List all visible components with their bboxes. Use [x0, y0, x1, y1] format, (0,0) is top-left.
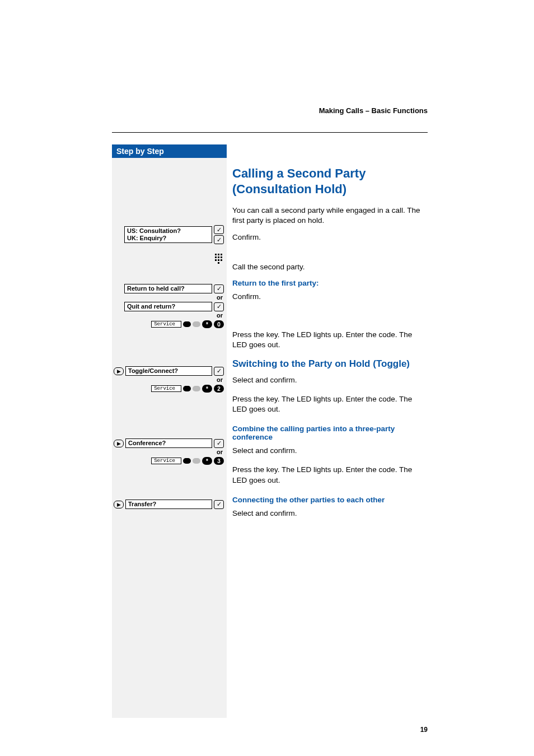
digit-key-icon: 3 — [214, 457, 224, 465]
prompt-text: Quit and return? — [124, 302, 212, 311]
prompt-consultation: US: Consultation? UK: Enquiry? ✓ ✓ — [114, 225, 224, 244]
subsection-heading: Switching to the Party on Hold (Toggle) — [232, 358, 428, 370]
digit-key-icon: 0 — [214, 320, 224, 328]
body-text: Select and confirm. — [232, 508, 428, 519]
star-key-icon: * — [202, 457, 212, 465]
confirm-key-icon: ✓ — [214, 225, 224, 234]
running-head: Making Calls – Basic Functions — [112, 106, 428, 115]
confirm-key-icon: ✓ — [214, 500, 224, 509]
digit-key-icon: 2 — [214, 385, 224, 393]
led-on-icon — [183, 458, 191, 464]
star-key-icon: * — [202, 320, 212, 328]
header-rule — [112, 132, 428, 133]
body-text: Confirm. — [232, 292, 428, 302]
prompt-transfer: ▶ Transfer? ✓ — [114, 500, 224, 509]
step-sidebar: Step by Step US: Consultation? UK: Enqui… — [112, 144, 227, 718]
body-text: Call the second party. — [232, 262, 428, 272]
scroll-key-icon: ▶ — [114, 501, 124, 508]
confirm-key-icon: ✓ — [214, 439, 224, 448]
prompt-text: Toggle/Connect? — [125, 366, 212, 376]
body-text: Select and confirm. — [232, 446, 428, 456]
or-label: or — [114, 293, 224, 301]
confirm-key-icon: ✓ — [214, 367, 224, 376]
service-code-row: Service * 0 — [114, 320, 224, 328]
confirm-key-icon: ✓ — [214, 302, 224, 311]
service-code-row: Service * 2 — [114, 385, 224, 393]
led-on-icon — [183, 321, 191, 327]
confirm-key-icon: ✓ — [214, 235, 224, 244]
body-text: Press the key. The LED lights up. Enter … — [232, 394, 428, 414]
service-label: Service — [151, 321, 181, 328]
body-text: Press the key. The LED lights up. Enter … — [232, 465, 428, 485]
led-off-icon — [193, 386, 200, 391]
prompt-quit-return: Quit and return? ✓ or — [114, 302, 224, 319]
body-text: Select and confirm. — [232, 375, 428, 385]
subheading: Combine the calling parties into a three… — [232, 424, 428, 441]
led-on-icon — [183, 386, 191, 391]
scroll-key-icon: ▶ — [114, 367, 124, 375]
keypad-icon — [215, 254, 224, 263]
led-off-icon — [193, 458, 200, 464]
subheading: Return to the first party: — [232, 279, 428, 287]
confirm-key-icon: ✓ — [214, 284, 224, 293]
page-number: 19 — [420, 726, 428, 734]
prompt-conference: ▶ Conference? ✓ or — [114, 438, 224, 456]
star-key-icon: * — [202, 385, 212, 393]
sidebar-title: Step by Step — [112, 144, 227, 158]
body-text: Press the key. The LED lights up. Enter … — [232, 330, 428, 350]
prompt-toggle: ▶ Toggle/Connect? ✓ or — [114, 366, 224, 384]
prompt-text: Transfer? — [125, 500, 212, 509]
or-label: or — [114, 376, 224, 384]
subheading: Connecting the other parties to each oth… — [232, 496, 428, 504]
prompt-text: Conference? — [125, 438, 212, 448]
body-text: Confirm. — [232, 232, 428, 242]
service-code-row: Service * 3 — [114, 457, 224, 465]
led-off-icon — [193, 321, 200, 327]
section-heading: Calling a Second Party (Consultation Hol… — [232, 166, 428, 197]
prompt-text: UK: Enquiry? — [127, 235, 209, 242]
service-label: Service — [151, 458, 181, 464]
or-label: or — [114, 448, 224, 456]
service-label: Service — [151, 385, 181, 392]
or-label: or — [114, 311, 224, 319]
dial-icon-row — [114, 254, 224, 265]
body-text: You can call a second party while engage… — [232, 206, 428, 226]
scroll-key-icon: ▶ — [114, 440, 124, 447]
content-column: Calling a Second Party (Consultation Hol… — [232, 144, 428, 522]
prompt-text: Return to held call? — [124, 284, 212, 293]
prompt-text: US: Consultation? — [127, 227, 209, 235]
prompt-return-held: Return to held call? ✓ or — [114, 284, 224, 301]
